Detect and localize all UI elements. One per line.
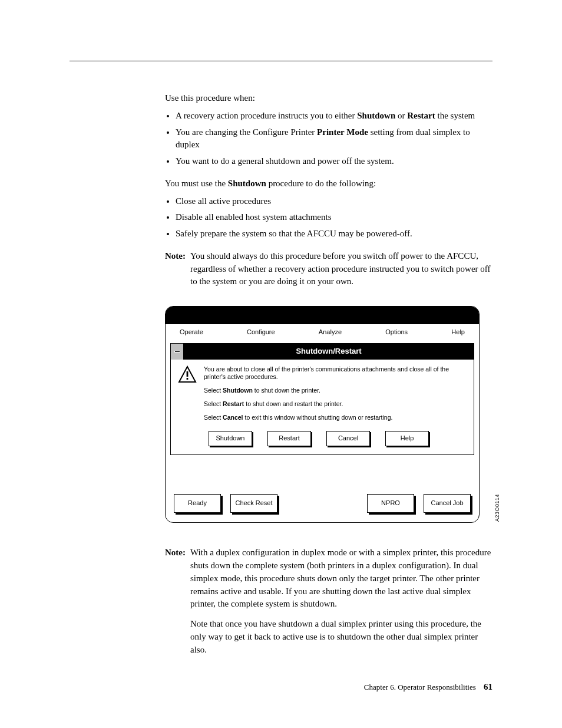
list-item: You want to do a general shutdown and po… — [176, 155, 492, 168]
svg-rect-2 — [187, 378, 189, 380]
menu-bar: Operate Configure Analyze Options Help — [166, 324, 479, 341]
npro-button[interactable]: NPRO — [367, 494, 414, 513]
shutdown-does-list: Close all active procedures Disable all … — [165, 195, 492, 241]
help-button[interactable]: Help — [385, 431, 429, 446]
shutdown-restart-dialog: Shutdown/Restart You are about to close … — [170, 343, 474, 455]
must-use-text: You must use the Shutdown procedure to d… — [165, 177, 492, 190]
page-number: 61 — [484, 682, 492, 691]
list-item: Safely prepare the system so that the AF… — [176, 228, 492, 241]
dialog-msg: Select Restart to shut down and restart … — [204, 400, 467, 408]
check-reset-button[interactable]: Check Reset — [230, 494, 277, 513]
list-item: You are changing the Configure Printer P… — [176, 126, 492, 152]
note-block-2: Note: With a duplex configuration in dup… — [165, 546, 492, 663]
chapter-label: Chapter 6. Operator Responsibilities — [364, 683, 476, 691]
figure-code: A23O0114 — [494, 494, 501, 522]
shutdown-button[interactable]: Shutdown — [209, 431, 252, 446]
menu-analyze[interactable]: Analyze — [316, 328, 344, 337]
note-body: You should always do this procedure befo… — [190, 250, 492, 288]
window-titlebar — [166, 307, 479, 324]
dialog-titlebar: Shutdown/Restart — [171, 344, 474, 360]
page-content: Use this procedure when: A recovery acti… — [165, 92, 492, 675]
dialog-messages: You are about to close all of the printe… — [204, 365, 467, 428]
svg-rect-1 — [187, 371, 189, 377]
note-label: Note: — [165, 250, 190, 288]
warning-icon — [178, 365, 197, 383]
dialog-figure: Operate Configure Analyze Options Help S… — [165, 306, 491, 523]
dialog-msg: You are about to close all of the printe… — [204, 365, 467, 381]
ready-button[interactable]: Ready — [174, 494, 221, 513]
bottom-button-row: Ready Check Reset NPRO Cancel Job — [166, 459, 479, 522]
menu-operate[interactable]: Operate — [177, 328, 206, 337]
screen-window: Operate Configure Analyze Options Help S… — [165, 306, 480, 523]
use-when-list: A recovery action procedure instructs yo… — [165, 110, 492, 168]
list-item: A recovery action procedure instructs yo… — [176, 110, 492, 123]
dialog-title: Shutdown/Restart — [184, 344, 474, 360]
system-menu-icon[interactable] — [171, 344, 184, 360]
dialog-msg: Select Cancel to exit this window withou… — [204, 414, 467, 421]
intro-text: Use this procedure when: — [165, 92, 492, 105]
cancel-button[interactable]: Cancel — [326, 431, 370, 446]
cancel-job-button[interactable]: Cancel Job — [424, 494, 471, 513]
list-item: Close all active procedures — [176, 195, 492, 208]
dialog-msg: Select Shutdown to shut down the printer… — [204, 387, 467, 394]
page-footer: Chapter 6. Operator Responsibilities 61 — [364, 681, 492, 694]
dialog-body: You are about to close all of the printe… — [171, 360, 474, 455]
note-label: Note: — [165, 546, 190, 663]
note-body: With a duplex configuration in duplex mo… — [190, 546, 492, 663]
note-block-1: Note: You should always do this procedur… — [165, 250, 492, 288]
menu-options[interactable]: Options — [383, 328, 410, 337]
menu-help[interactable]: Help — [449, 328, 467, 337]
restart-button[interactable]: Restart — [267, 431, 311, 446]
dialog-button-row: Shutdown Restart Cancel Help — [178, 431, 467, 446]
header-rule — [70, 61, 492, 61]
list-item: Disable all enabled host system attachme… — [176, 211, 492, 224]
menu-configure[interactable]: Configure — [244, 328, 277, 337]
